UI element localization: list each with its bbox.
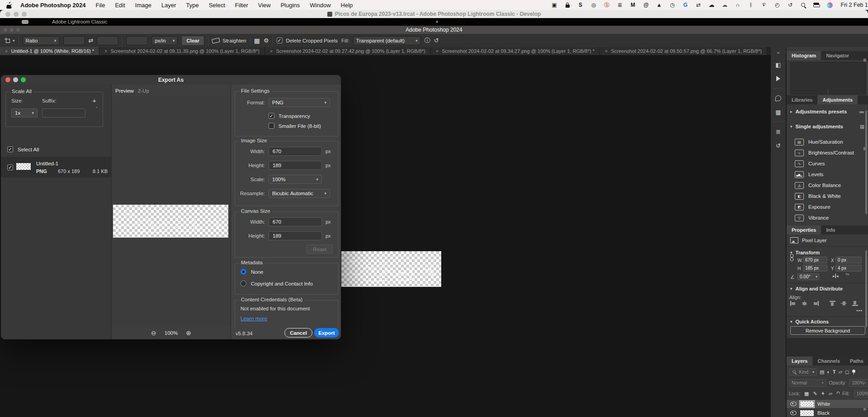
time-machine-icon[interactable]: ↺ <box>787 1 794 9</box>
menu-view[interactable]: View <box>258 2 271 9</box>
crop-height-input[interactable] <box>97 36 118 45</box>
transform-section-header[interactable]: ▾ Transform <box>790 250 820 255</box>
menu-help[interactable]: Help <box>341 2 353 9</box>
lock-icon[interactable] <box>564 1 571 9</box>
menu-file[interactable]: File <box>95 2 105 9</box>
zip-icon[interactable]: ≣ <box>616 1 624 9</box>
reveal-arrow-icon[interactable]: ▲ <box>435 19 439 23</box>
grid-view-icon[interactable]: ⊞ <box>860 124 864 130</box>
libraries-panel-icon[interactable]: ≣ <box>774 127 783 136</box>
dialog-minimize-button[interactable] <box>13 77 18 82</box>
adjustments-scrollbar[interactable] <box>865 110 867 214</box>
image-width-input[interactable]: 670 <box>269 147 322 156</box>
metadata-none-radio[interactable] <box>241 269 246 275</box>
tab-screenshot-3[interactable]: ×Screenshot 2024-02-02 at 09.34.27.png @… <box>431 47 600 55</box>
metadata-none-row[interactable]: None <box>241 269 264 275</box>
preview-viewport[interactable] <box>112 97 231 326</box>
layer-thumbnail[interactable] <box>800 401 814 407</box>
stats-icon[interactable]: Ⓢ <box>603 1 611 9</box>
layer-name[interactable]: White <box>817 401 830 407</box>
tab-screenshot-2[interactable]: ×Screenshot 2024-02-02 at 09.27.42.png @… <box>265 47 431 55</box>
menubar-clock[interactable]: Fri 2 Feb 1 <box>841 2 868 8</box>
reset-tool-icon[interactable]: ↺ <box>434 37 439 44</box>
blend-mode-select[interactable]: Normal▾ <box>789 379 826 387</box>
cloud-synced-icon[interactable]: ☁ <box>708 1 716 9</box>
clear-button[interactable]: Clear <box>181 36 204 46</box>
lock-artboard-icon[interactable]: ▱ <box>829 391 832 397</box>
cloud-icon[interactable]: ☁ <box>721 1 729 9</box>
align-top-icon[interactable] <box>830 301 835 306</box>
adjustment-hue-saturation[interactable]: ▤Hue/Saturation <box>795 137 843 147</box>
dialog-zoom-button[interactable] <box>21 77 26 82</box>
select-all-checkbox[interactable]: ✓ <box>7 146 13 152</box>
straighten-button[interactable]: Straighten <box>212 38 246 43</box>
scale-select[interactable]: 1x▾ <box>11 108 38 117</box>
menu-filter[interactable]: Filter <box>235 2 248 9</box>
menu-plugins[interactable]: Plugins <box>281 2 300 9</box>
maestral-icon[interactable]: M <box>629 1 637 9</box>
tab-layers[interactable]: Layers <box>787 356 812 365</box>
export-file-item[interactable]: ✓ Untitled-1 PNG 670 x 189 8.1 KB <box>1 157 111 178</box>
siri-icon[interactable] <box>826 1 834 9</box>
delete-cropped-pixels-checkbox[interactable]: ✓ <box>277 37 283 43</box>
spotlight-icon[interactable] <box>800 1 807 9</box>
grammarly-icon[interactable]: G <box>682 1 689 9</box>
tab-info[interactable]: Info <box>821 225 840 234</box>
tool-preset-crop[interactable]: ▾ <box>5 37 15 44</box>
export-button[interactable]: Export <box>314 328 339 337</box>
file-checkbox[interactable]: ✓ <box>7 164 13 170</box>
tab-screenshot-4[interactable]: ×Screenshot 2024-02-02 at 09.50.57.png @… <box>600 47 767 55</box>
metadata-copyright-row[interactable]: Copyright and Contact Info <box>241 281 313 286</box>
tab-adjustments[interactable]: Adjustments <box>817 95 858 104</box>
lock-move-icon[interactable]: + <box>821 390 825 397</box>
apple-menu-icon[interactable] <box>6 2 12 9</box>
add-scale-icon[interactable]: + <box>92 97 96 104</box>
smaller-file-checkbox[interactable] <box>269 123 274 129</box>
format-select[interactable]: PNG▾ <box>269 98 330 107</box>
tab-untitled-1[interactable]: ×Untitled-1 @ 100% (White, RGB/16) * <box>0 47 99 55</box>
shush-icon[interactable]: S <box>577 1 585 9</box>
clock-icon[interactable]: ◷ <box>669 1 676 9</box>
patterns-panel-icon[interactable]: ▦ <box>774 108 783 117</box>
vercel-icon[interactable]: ▲ <box>656 1 663 9</box>
visibility-eye-icon[interactable] <box>790 411 797 415</box>
document-canvas-untitled-1[interactable] <box>341 251 441 287</box>
tab-2up[interactable]: 2-Up <box>138 88 149 94</box>
zoom-out-icon[interactable]: ⊖ <box>151 329 156 337</box>
zoom-in-icon[interactable]: ⊕ <box>186 329 191 337</box>
menu-layer[interactable]: Layer <box>161 2 176 9</box>
pixel-layer-filter-icon[interactable]: ▤ <box>820 369 824 375</box>
transparency-checkbox[interactable]: ✓ <box>269 113 274 119</box>
menu-select[interactable]: Select <box>209 2 225 9</box>
canvas-width-input[interactable]: 670 <box>269 217 322 226</box>
transparency-row[interactable]: ✓ Transparency <box>269 113 310 119</box>
dialog-close-button[interactable] <box>5 77 10 82</box>
adjustment-brightness-contrast[interactable]: ☼Brightness/Contrast <box>795 148 854 158</box>
crop-width-input[interactable] <box>63 36 85 45</box>
tab-screenshot-1[interactable]: ×Screenshot 2024-02-02 at 09.11.39.png @… <box>99 47 265 55</box>
fill-select[interactable]: Transparent (default)▾ <box>353 36 421 45</box>
image-height-input[interactable]: 189 <box>269 161 322 170</box>
presets-list-view-icon[interactable]: ≔ <box>859 109 864 115</box>
adjustment-black-white[interactable]: ◧Black & White <box>795 191 841 201</box>
adjustments-presets-header[interactable]: ▸ Adjustments presets <box>790 109 847 114</box>
metadata-copyright-radio[interactable] <box>241 281 246 286</box>
image-scale-select[interactable]: 100%▾ <box>269 175 322 184</box>
adjustment-levels[interactable]: ▄▆▂Levels <box>795 169 823 179</box>
single-adjustments-header[interactable]: ▾ Single adjustments <box>790 124 843 129</box>
resolution-unit-select[interactable]: px/in▾ <box>151 36 178 45</box>
close-icon[interactable]: × <box>436 48 439 54</box>
layer-row-white[interactable]: White <box>787 400 868 408</box>
type-layer-filter-icon[interactable]: T <box>833 369 836 375</box>
info-icon[interactable]: ⓘ <box>425 37 430 45</box>
adjustment-layer-filter-icon[interactable]: ◐ <box>827 369 830 375</box>
smaller-file-row[interactable]: Smaller File (8-bit) <box>269 123 321 129</box>
align-section-header[interactable]: ▾ Align and Distribute <box>790 286 843 291</box>
layer-filter-kind-select[interactable]: Kind▾ <box>789 368 817 376</box>
select-all-row[interactable]: ✓ Select All <box>7 146 39 152</box>
flip-horizontal-icon[interactable]: ▸┃◂ <box>833 274 838 278</box>
more-align-options-icon[interactable]: ••• <box>856 308 863 313</box>
fill-select[interactable]: 100%▾ <box>854 390 868 398</box>
menu-window[interactable]: Window <box>310 2 330 9</box>
align-right-icon[interactable] <box>813 301 819 306</box>
